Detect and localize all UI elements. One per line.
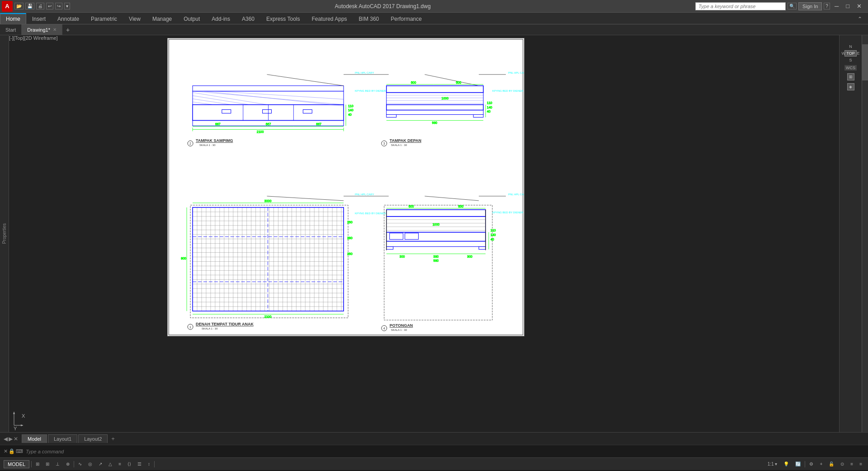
right-scrollbar[interactable] [862, 35, 868, 432]
tab-output[interactable]: Output [178, 14, 206, 24]
status-snap-grid-2[interactable]: ⊞ [43, 461, 52, 467]
cmd-clear-icon[interactable]: ✕ [4, 448, 8, 454]
status-snap-grid[interactable]: ⊞ [33, 461, 42, 467]
help-btn[interactable]: ? [824, 3, 830, 9]
tab-addins[interactable]: Add-ins [206, 14, 236, 24]
quick-access-more[interactable]: ▾ [64, 3, 70, 9]
status-polar[interactable]: ⊕ [64, 461, 72, 467]
status-tpmode[interactable]: ⟨⟩ [125, 461, 133, 467]
search-input[interactable] [695, 2, 786, 10]
cmd-prompt-icon[interactable]: ⌨ [16, 448, 23, 454]
command-input[interactable] [26, 449, 864, 454]
svg-text:KPYNG BED BY DIENER: KPYNG BED BY DIENER [355, 212, 386, 215]
viewport-label: [-][Top][2D Wireframe] [9, 35, 58, 41]
svg-text:600: 600 [456, 81, 461, 84]
tab-a360[interactable]: A360 [236, 14, 260, 24]
maximize-button[interactable]: □ [843, 2, 852, 10]
tab-close-layout[interactable]: ✕ [14, 436, 18, 442]
tab-scroll-right[interactable]: ▶ [9, 436, 13, 442]
tab-controls: ◀ ▶ ✕ [4, 436, 18, 442]
quick-access-print[interactable]: 🖨 [36, 3, 44, 9]
tab-scroll-left[interactable]: ◀ [4, 436, 8, 442]
status-osnap[interactable]: ∿ [76, 461, 84, 467]
svg-text:300: 300 [400, 255, 405, 258]
wcs-label: WCS [844, 65, 857, 71]
tab-bim360[interactable]: BIM 360 [353, 14, 385, 24]
title-bar: A 📂 💾 🖨 ↩ ↪ ▾ Autodesk AutoCAD 2017 Draw… [0, 0, 868, 13]
tab-parametric[interactable]: Parametric [85, 14, 123, 24]
separator-4 [805, 461, 805, 467]
svg-rect-0 [169, 39, 523, 335]
svg-text:2: 2 [189, 142, 191, 145]
left-sidebar[interactable]: Properties [0, 35, 9, 432]
tab-featured[interactable]: Featured Apps [306, 14, 353, 24]
status-sc[interactable]: ↕ [146, 461, 152, 467]
doc-tab-add[interactable]: + [62, 25, 73, 34]
tab-manage[interactable]: Manage [146, 14, 178, 24]
status-model-button[interactable]: MODEL [4, 460, 29, 468]
doc-tab-start[interactable]: Start [0, 24, 22, 35]
title-bar-title: Autodesk AutoCAD 2017 Drawing1.dwg [70, 3, 695, 9]
minimize-button[interactable]: ─ [832, 2, 841, 10]
tab-insert[interactable]: Insert [26, 14, 52, 24]
svg-text:280: 280 [347, 236, 353, 240]
status-isolate[interactable]: ⊙ [838, 461, 846, 467]
quick-access-undo[interactable]: ↩ [46, 3, 53, 9]
layout-tab-layout1[interactable]: Layout1 [48, 434, 77, 443]
svg-text:KPYNG BED BY DIENER: KPYNG BED BY DIENER [492, 89, 524, 92]
status-ducs[interactable]: ↗ [96, 461, 104, 467]
doc-tab-drawing1[interactable]: Drawing1* ✕ [22, 24, 62, 35]
search-icon-btn[interactable]: 🔍 [788, 3, 797, 9]
tab-express[interactable]: Express Tools [260, 14, 306, 24]
cmd-lock-icon[interactable]: 🔒 [9, 448, 15, 454]
command-bar: ✕ 🔒 ⌨ [0, 445, 868, 457]
compass-top-button[interactable]: TOP [844, 50, 856, 57]
status-graphics[interactable]: ≡ [848, 461, 855, 467]
tab-minimize-ribbon[interactable]: ⌃ [852, 14, 868, 24]
status-units[interactable]: + [817, 461, 825, 467]
status-qp[interactable]: ☰ [135, 461, 144, 467]
gizmo-icon-2[interactable]: ◈ [847, 83, 854, 90]
svg-text:980: 980 [432, 121, 438, 124]
compass-s: S [849, 58, 852, 62]
status-annotation-visibility[interactable]: 💡 [781, 461, 791, 467]
status-lock-ui[interactable]: 🔓 [826, 461, 836, 467]
doc-tab-close[interactable]: ✕ [53, 27, 57, 32]
cmd-icons: ✕ 🔒 ⌨ [4, 448, 23, 454]
status-auto-scale[interactable]: 🔄 [793, 461, 803, 467]
svg-text:PNL HPL CARY: PNL HPL CARY [355, 71, 374, 74]
svg-text:140: 140 [487, 106, 492, 109]
status-ortho[interactable]: ⊥ [53, 461, 62, 467]
close-button[interactable]: ✕ [854, 2, 864, 10]
quick-access-redo[interactable]: ↪ [55, 3, 62, 9]
tab-annotate[interactable]: Annotate [52, 14, 85, 24]
status-annotation-scale[interactable]: 1:1 ▾ [765, 461, 780, 467]
svg-text:DENAH TEMPAT TIDUR ANAK: DENAH TEMPAT TIDUR ANAK [196, 322, 254, 326]
gizmo-icon-1[interactable]: ⊞ [847, 73, 854, 80]
layout-tab-add[interactable]: + [108, 434, 118, 443]
scrollbar-thumb[interactable] [862, 44, 868, 80]
layout-tab-model[interactable]: Model [22, 434, 47, 443]
svg-text:600: 600 [411, 81, 416, 84]
quick-access-open[interactable]: 📂 [14, 3, 24, 9]
status-customize[interactable]: ≡ [857, 461, 864, 467]
status-otrack[interactable]: ◎ [86, 461, 94, 467]
quick-access-save[interactable]: 💾 [25, 3, 34, 9]
status-workspace[interactable]: ⚙ [807, 461, 816, 467]
layout-tab-layout2[interactable]: Layout2 [78, 434, 108, 443]
status-dyn[interactable]: △ [106, 461, 114, 467]
tab-view[interactable]: View [123, 14, 146, 24]
autocad-logo[interactable]: A [2, 1, 13, 12]
ribbon-tabs: Home Insert Annotate Parametric View Man… [0, 13, 868, 24]
canvas-area[interactable]: 2100 667 667 667 40 140 110 [9, 35, 839, 432]
tab-performance[interactable]: Performance [385, 14, 428, 24]
svg-text:300: 300 [467, 255, 472, 258]
compass-gizmo: N W TOP E S [842, 44, 860, 62]
svg-text:3000: 3000 [264, 199, 272, 203]
separator-3 [154, 461, 155, 467]
sign-in-button[interactable]: Sign In [798, 2, 822, 10]
svg-text:110: 110 [348, 104, 354, 108]
tab-home[interactable]: Home [0, 13, 26, 24]
drawing-paper: 2100 667 667 667 40 140 110 [167, 38, 524, 336]
status-lw[interactable]: ≡ [116, 461, 123, 467]
